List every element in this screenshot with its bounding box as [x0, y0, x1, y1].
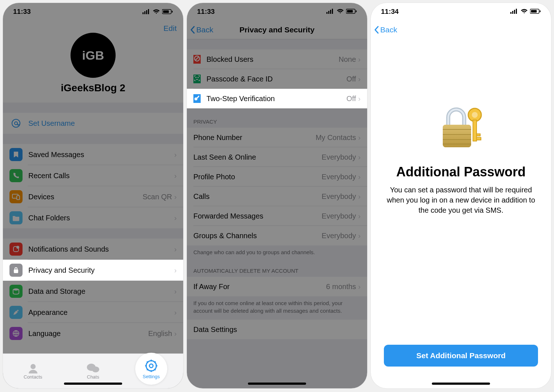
row-passcode[interactable]: Passcode & Face ID Off › — [187, 69, 367, 89]
saved-messages-label: Saved Messages — [28, 151, 174, 159]
row-data-settings[interactable]: Data Settings — [187, 320, 367, 339]
row-two-step[interactable]: Two-Step Verification Off › — [187, 89, 367, 108]
row-appearance[interactable]: Appearance › — [3, 302, 183, 323]
last-seen-value: Everybody — [322, 153, 356, 161]
edit-button[interactable]: Edit — [164, 24, 177, 33]
at-icon — [9, 117, 23, 130]
svg-rect-1 — [144, 11, 145, 14]
chevron-icon: › — [358, 232, 361, 240]
row-chat-folders[interactable]: Chat Folders › — [3, 207, 183, 228]
if-away-label: If Away For — [193, 283, 326, 291]
svg-rect-46 — [514, 10, 515, 14]
tab-settings-label: Settings — [143, 374, 160, 379]
key-icon — [193, 94, 201, 103]
svg-point-19 — [92, 367, 99, 372]
avatar[interactable]: iGB — [71, 33, 116, 78]
tab-contacts-label: Contacts — [24, 374, 42, 380]
svg-rect-0 — [142, 12, 144, 14]
recent-calls-label: Recent Calls — [28, 172, 174, 180]
chevron-icon: › — [174, 329, 177, 338]
svg-rect-5 — [163, 11, 169, 13]
battery-icon — [530, 8, 541, 16]
svg-rect-31 — [328, 11, 329, 14]
battery-icon — [346, 8, 357, 16]
row-calls[interactable]: Calls Everybody › — [187, 187, 367, 206]
back-button[interactable]: Back — [190, 25, 213, 34]
tab-chats-label: Chats — [87, 374, 99, 380]
svg-rect-32 — [330, 10, 331, 14]
folder-icon — [9, 211, 23, 224]
forwarded-label: Forwarded Messages — [193, 212, 322, 220]
row-language[interactable]: Language English › — [3, 323, 183, 344]
row-last-seen[interactable]: Last Seen & Online Everybody › — [187, 147, 367, 167]
data-icon — [9, 285, 23, 298]
row-notifications[interactable]: Notifications and Sounds › — [3, 239, 183, 260]
status-time: 11:34 — [381, 8, 399, 16]
home-indicator[interactable] — [64, 383, 122, 385]
svg-rect-3 — [148, 9, 149, 14]
calls-value: Everybody — [322, 192, 356, 201]
row-if-away[interactable]: If Away For 6 months › — [187, 277, 367, 296]
passcode-value: Off — [346, 75, 356, 83]
row-profile-photo[interactable]: Profile Photo Everybody › — [187, 167, 367, 187]
chevron-left-icon — [374, 26, 380, 34]
data-settings-label: Data Settings — [193, 325, 361, 334]
wifi-icon — [521, 8, 528, 16]
cellular-icon — [326, 8, 334, 16]
delete-section-footer: If you do not come online at least once … — [187, 296, 367, 320]
set-password-button[interactable]: Set Additional Password — [384, 345, 538, 367]
status-time: 11:33 — [13, 8, 31, 16]
svg-point-12 — [16, 246, 19, 249]
screen-privacy-security: 11:33 Back Privacy and Security Blocked … — [187, 3, 367, 388]
blocked-users-value: None — [339, 55, 356, 64]
back-button[interactable]: Back — [374, 25, 397, 34]
row-privacy-security[interactable]: Privacy and Security › — [3, 260, 183, 281]
status-icons — [142, 9, 173, 14]
row-forwarded[interactable]: Forwarded Messages Everybody › — [187, 206, 367, 226]
chevron-icon: › — [358, 75, 361, 83]
privacy-label: Privacy and Security — [28, 266, 174, 275]
svg-rect-44 — [510, 12, 511, 14]
row-devices[interactable]: Devices Scan QR › — [3, 186, 183, 207]
language-label: Language — [28, 329, 148, 338]
svg-rect-13 — [14, 269, 18, 273]
svg-rect-59 — [473, 120, 477, 141]
tab-settings[interactable]: Settings — [135, 353, 167, 385]
row-groups[interactable]: Groups & Channels Everybody › — [187, 226, 367, 245]
delete-section-header: AUTOMATICALLY DELETE MY ACCOUNT — [187, 261, 367, 277]
status-bar: 11:33 — [3, 3, 183, 20]
home-indicator[interactable] — [248, 383, 306, 385]
status-icons — [326, 8, 357, 16]
svg-rect-35 — [347, 10, 353, 13]
svg-rect-10 — [17, 196, 20, 200]
row-blocked-users[interactable]: Blocked Users None › — [187, 49, 367, 69]
notifications-icon — [9, 243, 23, 256]
page-title: Privacy and Security — [187, 25, 367, 34]
phone-number-value: My Contacts — [316, 133, 356, 142]
row-data-storage[interactable]: Data and Storage › — [3, 281, 183, 302]
status-time: 11:33 — [197, 8, 215, 16]
row-set-username[interactable]: Set Username — [3, 113, 183, 134]
lock-icon — [9, 264, 23, 277]
svg-rect-47 — [516, 9, 517, 14]
svg-rect-45 — [512, 11, 513, 14]
data-storage-label: Data and Storage — [28, 287, 174, 296]
appearance-icon — [9, 306, 23, 319]
svg-line-38 — [195, 57, 199, 60]
passcode-label: Passcode & Face ID — [206, 75, 346, 83]
gear-icon — [144, 359, 158, 373]
row-saved-messages[interactable]: Saved Messages › — [3, 144, 183, 165]
row-phone-number[interactable]: Phone Number My Contacts › — [187, 128, 367, 147]
if-away-value: 6 months — [326, 283, 356, 291]
svg-rect-36 — [356, 11, 357, 12]
row-recent-calls[interactable]: Recent Calls › — [3, 165, 183, 186]
home-indicator[interactable] — [432, 383, 490, 385]
profile-photo-label: Profile Photo — [193, 173, 322, 181]
chevron-icon: › — [358, 212, 361, 220]
chevron-icon: › — [358, 173, 361, 181]
tab-contacts[interactable]: Contacts — [3, 354, 63, 388]
chevron-icon: › — [174, 266, 177, 275]
page-description: You can set a password that will be requ… — [384, 185, 538, 215]
chevron-left-icon — [190, 26, 196, 34]
svg-point-40 — [198, 77, 198, 78]
